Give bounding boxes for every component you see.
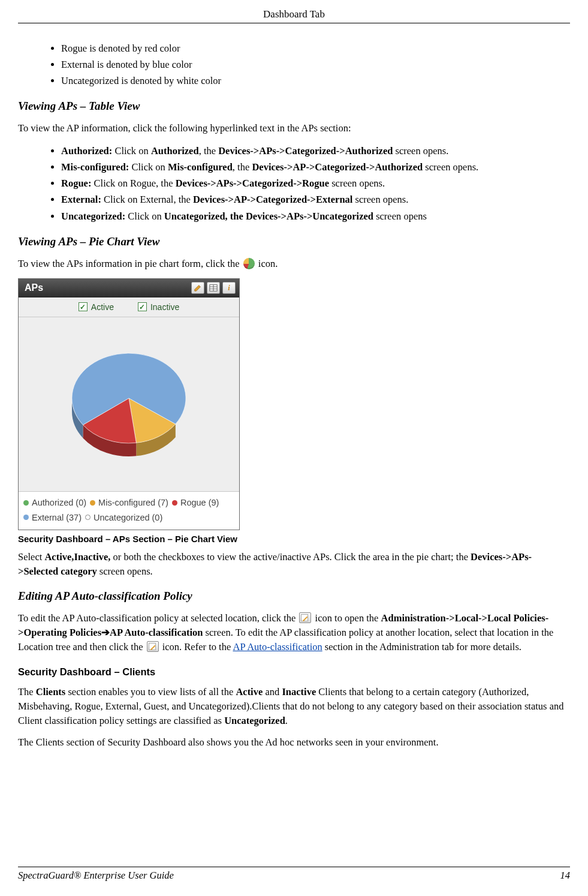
inactive-checkbox[interactable]: ✓ Inactive [138, 302, 179, 312]
text: Clients [36, 686, 66, 697]
text: Authorized [151, 145, 199, 157]
list-item: Mis-configured: Click on Mis-configured,… [61, 159, 570, 175]
svg-text:i: i [228, 284, 230, 292]
text: Devices->AP->Categorized->Authorized [252, 161, 423, 173]
item-label: External: [61, 194, 101, 205]
text: Devices->APs->Categorized->Rogue [176, 178, 329, 189]
legend-label: Rogue (9) [180, 495, 219, 510]
list-item: External: Click on External, the Devices… [61, 191, 570, 208]
item-label: Mis-configured: [61, 161, 129, 173]
text: screen opens. [423, 161, 478, 173]
table-view-icon[interactable] [207, 282, 220, 294]
pie-legend: Authorized (0)Mis-configured (7)Rogue (9… [19, 491, 239, 530]
checkbox-label: Inactive [150, 302, 179, 312]
ap-auto-classification-link[interactable]: AP Auto-classification [233, 641, 322, 653]
list-item: Uncategorized is denoted by white color [61, 73, 570, 89]
text: Click on External, the [101, 194, 193, 205]
widget-filter-row: ✓ Active ✓ Inactive [19, 297, 239, 317]
text: Click on [125, 211, 164, 222]
checkbox-label: Active [91, 302, 114, 312]
legend-dot-icon [23, 515, 29, 520]
edit-icon [299, 612, 311, 623]
text: AP Auto-classification [110, 627, 203, 638]
text: Devices->AP->Categorized->External [193, 194, 352, 205]
page-footer: SpectraGuard® Enterprise User Guide 14 [18, 867, 570, 882]
text: , the [199, 145, 219, 157]
legend-item[interactable]: Mis-configured (7) [90, 495, 168, 510]
text: Click on [112, 145, 151, 157]
aps-pie-widget: APs i ✓ Active ✓ Inactive [18, 278, 240, 531]
text: Active [236, 686, 263, 697]
text: section enables you to view lists of all… [65, 686, 236, 697]
legend-dot-icon [90, 500, 95, 506]
text: screen opens. [393, 145, 448, 157]
widget-title: APs [25, 282, 43, 293]
text: Inactive [282, 686, 316, 697]
figure-caption: Security Dashboard – APs Section – Pie C… [18, 534, 570, 544]
legend-label: Authorized (0) [32, 495, 86, 510]
text: screen opens. [352, 194, 408, 205]
section-heading-clients: Security Dashboard – Clients [18, 666, 570, 678]
info-icon[interactable]: i [222, 282, 236, 294]
text: screen opens. [329, 178, 385, 189]
text: . [285, 715, 288, 726]
widget-titlebar: APs i [19, 279, 239, 297]
list-item: Authorized: Click on Authorized, the Dev… [61, 143, 570, 159]
list-item: Uncategorized: Click on Uncategorized, t… [61, 208, 570, 224]
legend-item[interactable]: Authorized (0) [23, 495, 86, 510]
footer-title: SpectraGuard® Enterprise User Guide [18, 870, 174, 882]
legend-label: External (37) [32, 510, 82, 525]
item-label: Authorized: [61, 145, 112, 157]
text: or both the checkboxes to view the activ… [110, 551, 471, 563]
text: , the [233, 161, 252, 173]
arrow-icon: ➔ [101, 627, 110, 638]
edit-icon [147, 641, 159, 652]
legend-label: Uncategorized (0) [94, 510, 162, 525]
edit-icon[interactable] [191, 282, 204, 294]
legend-dot-icon [172, 500, 177, 506]
list-item: Rogue is denoted by red color [61, 40, 570, 56]
paragraph: The Clients section enables you to view … [18, 685, 570, 728]
table-view-list: Authorized: Click on Authorized, the Dev… [18, 143, 570, 224]
legend-dot-icon [85, 515, 91, 520]
text: Uncategorized, the Devices->APs->Uncateg… [164, 211, 373, 222]
active-checkbox[interactable]: ✓ Active [79, 302, 114, 312]
text: Click on [129, 161, 168, 173]
checkbox-icon: ✓ [138, 302, 147, 311]
legend-item[interactable]: Uncategorized (0) [85, 510, 162, 525]
text: icon. [258, 258, 278, 269]
list-item: Rogue: Click on Rogue, the Devices->APs-… [61, 175, 570, 191]
page-number: 14 [560, 870, 571, 882]
pie-chart-icon [243, 258, 255, 269]
text: screen opens [373, 211, 427, 222]
paragraph: To edit the AP Auto-classification polic… [18, 611, 570, 654]
text: section in the Administration tab for mo… [322, 641, 521, 653]
legend-dot-icon [23, 500, 29, 506]
text: Uncategorized [224, 715, 285, 726]
page-header: Dashboard Tab [18, 8, 570, 23]
section-heading-pie-view: Viewing APs – Pie Chart View [18, 235, 570, 248]
text: Active,Inactive, [44, 551, 110, 563]
text: To edit the AP Auto-classification polic… [18, 612, 298, 624]
paragraph: To view the APs information in pie chart… [18, 257, 570, 271]
checkbox-icon: ✓ [79, 302, 88, 311]
legend-label: Mis-configured (7) [98, 495, 168, 510]
text: screen opens. [97, 566, 153, 577]
text: Click on Rogue, the [91, 178, 175, 189]
pie-chart[interactable] [19, 317, 239, 491]
legend-item[interactable]: Rogue (9) [172, 495, 219, 510]
paragraph: Select Active,Inactive, or both the chec… [18, 550, 570, 579]
section-heading-table-view: Viewing APs – Table View [18, 100, 570, 113]
paragraph: The Clients section of Security Dashboar… [18, 735, 570, 750]
legend-item[interactable]: External (37) [23, 510, 82, 525]
item-label: Rogue: [61, 178, 91, 189]
color-meaning-list: Rogue is denoted by red color External i… [18, 40, 570, 89]
text: icon to open the [315, 612, 381, 624]
text: Mis-configured [168, 161, 233, 173]
text: The [18, 686, 36, 697]
text: and [263, 686, 282, 697]
text: To view the APs information in pie chart… [18, 258, 242, 269]
list-item: External is denoted by blue color [61, 56, 570, 73]
text: icon. Refer to the [162, 641, 233, 653]
section-heading-edit-policy: Editing AP Auto-classification Policy [18, 590, 570, 603]
